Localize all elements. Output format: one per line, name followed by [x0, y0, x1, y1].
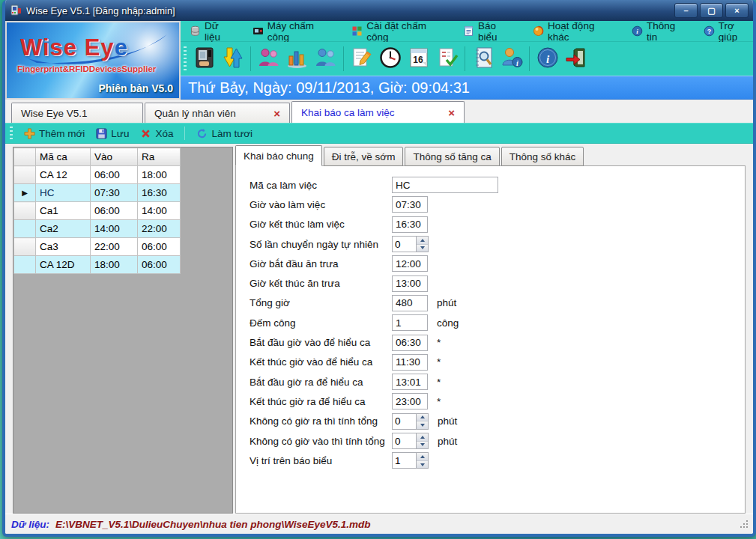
- cell-ma-ca[interactable]: Ca1: [36, 202, 91, 220]
- menu-item-3[interactable]: Báo biểu: [463, 20, 515, 43]
- search-log-icon: [472, 46, 495, 72]
- form-field-input[interactable]: [392, 275, 428, 292]
- save-button[interactable]: Lưu: [96, 128, 129, 139]
- maximize-button[interactable]: ▢: [700, 3, 723, 18]
- cell-ra[interactable]: 16:30: [138, 184, 181, 202]
- cell-ma-ca[interactable]: CA 12D: [36, 256, 91, 274]
- cell-ra[interactable]: 18:00: [138, 166, 181, 184]
- menu-item-1[interactable]: Máy chấm công: [252, 20, 334, 43]
- detail-tab-0[interactable]: Khai báo chung: [235, 145, 322, 166]
- column-header-0[interactable]: Mã ca: [36, 148, 91, 166]
- minimize-button[interactable]: –: [674, 3, 698, 18]
- spin-down-icon[interactable]: [417, 460, 428, 469]
- toolbar-button-8[interactable]: [435, 46, 459, 72]
- row-selector[interactable]: ▶: [14, 184, 36, 202]
- form-field-input[interactable]: [392, 196, 428, 213]
- document-tab-0[interactable]: Wise Eye V5.1: [11, 103, 143, 123]
- table-row[interactable]: Ca214:0022:00: [14, 220, 181, 238]
- form-field-input[interactable]: [392, 314, 428, 331]
- cell-vao[interactable]: 14:00: [91, 220, 138, 238]
- detail-tab-1[interactable]: Đi trễ, về sớm: [324, 147, 404, 166]
- table-row[interactable]: CA 1206:0018:00: [14, 166, 181, 184]
- tab-close-icon[interactable]: ×: [448, 107, 455, 118]
- refresh-button[interactable]: Làm tươi: [196, 128, 252, 139]
- form-field-input[interactable]: [392, 295, 428, 311]
- form-field-input[interactable]: [392, 216, 428, 233]
- cell-ma-ca[interactable]: HC: [36, 184, 91, 202]
- add-new-button[interactable]: Thêm mới: [24, 128, 85, 139]
- form-field-input[interactable]: [393, 453, 416, 468]
- column-header-2[interactable]: Ra: [138, 148, 181, 166]
- detail-tabstrip: Khai báo chungĐi trễ, về sớmThông số tăn…: [235, 147, 746, 166]
- row-selector[interactable]: [14, 256, 36, 274]
- spin-down-icon[interactable]: [417, 441, 428, 449]
- toolbar-button-1[interactable]: [220, 46, 245, 72]
- menu-item-2[interactable]: Cài đặt chấm công: [351, 20, 445, 43]
- cell-ra[interactable]: 22:00: [138, 220, 181, 238]
- form-field-input[interactable]: [392, 374, 428, 390]
- toolbar-button-2[interactable]: [256, 46, 281, 72]
- menu-item-0[interactable]: Dữ liệu: [190, 20, 235, 43]
- tab-close-icon[interactable]: ×: [273, 108, 280, 119]
- table-row[interactable]: ▶HC07:3016:30: [14, 184, 181, 202]
- cell-vao[interactable]: 07:30: [91, 184, 138, 202]
- toolbar-button-4[interactable]: [313, 46, 338, 72]
- toolbar-button-11[interactable]: i: [535, 46, 560, 72]
- spin-up-icon[interactable]: [417, 237, 428, 244]
- logo-subtitle: Fingerprint&RFIDDevicesSupplier: [17, 64, 156, 73]
- resize-grip[interactable]: [740, 520, 749, 529]
- cell-vao[interactable]: 22:00: [91, 238, 138, 256]
- toolbar-button-0[interactable]: [192, 46, 217, 72]
- database-path: E:\VBNET_V5.1\DulieuChuyen\nhua tien pho…: [55, 519, 371, 530]
- row-selector[interactable]: [14, 166, 36, 184]
- form-field-input[interactable]: [393, 237, 416, 252]
- spin-up-icon[interactable]: [417, 414, 428, 421]
- menu-item-4[interactable]: Hoạt động khác: [533, 20, 614, 43]
- cell-ma-ca[interactable]: Ca3: [36, 238, 91, 256]
- toolbar-button-3[interactable]: [285, 46, 309, 72]
- row-selector[interactable]: [14, 238, 36, 256]
- form-field-input[interactable]: [392, 177, 498, 193]
- table-row[interactable]: CA 12D18:0006:00: [14, 256, 181, 274]
- toolbar-button-7[interactable]: 16: [406, 46, 431, 72]
- row-selector[interactable]: [14, 202, 36, 220]
- spin-up-icon[interactable]: [417, 433, 428, 441]
- form-field-input[interactable]: [392, 354, 428, 371]
- cell-ma-ca[interactable]: Ca2: [36, 220, 91, 238]
- cell-ra[interactable]: 06:00: [138, 238, 181, 256]
- form-field-input[interactable]: [393, 433, 416, 448]
- spin-down-icon[interactable]: [417, 421, 428, 429]
- table-row[interactable]: Ca322:0006:00: [14, 238, 181, 256]
- toolbar-button-12[interactable]: [563, 46, 588, 72]
- detail-tab-2[interactable]: Thông số tăng ca: [405, 147, 499, 166]
- toolbar-button-9[interactable]: [471, 46, 495, 72]
- cell-ma-ca[interactable]: CA 12: [36, 166, 91, 184]
- toolbar-button-5[interactable]: [349, 46, 374, 72]
- toolbar-button-6[interactable]: [378, 46, 402, 72]
- form-row-9: Kết thúc giờ vào để hiểu ca*: [250, 353, 745, 372]
- spin-up-icon[interactable]: [417, 453, 428, 460]
- toolbar-button-10[interactable]: i: [499, 46, 524, 72]
- menu-item-5[interactable]: iThông tin: [632, 20, 686, 43]
- detail-tab-3[interactable]: Thông số khác: [501, 147, 584, 166]
- attendance-device-icon: [252, 25, 264, 37]
- cell-ra[interactable]: 14:00: [138, 202, 181, 220]
- row-selector[interactable]: [14, 220, 36, 238]
- cell-vao[interactable]: 06:00: [91, 202, 138, 220]
- form-field-input[interactable]: [392, 335, 428, 351]
- form-field-input[interactable]: [393, 414, 416, 429]
- delete-button[interactable]: Xóa: [140, 128, 173, 139]
- form-field-input[interactable]: [392, 255, 428, 272]
- spin-down-icon[interactable]: [417, 244, 428, 252]
- cell-ra[interactable]: 06:00: [138, 256, 181, 274]
- table-row[interactable]: Ca106:0014:00: [14, 202, 181, 220]
- menu-item-6[interactable]: ?Trợ giúp: [704, 20, 753, 43]
- cell-vao[interactable]: 06:00: [91, 166, 138, 184]
- cell-vao[interactable]: 18:00: [91, 256, 138, 274]
- document-tab-1[interactable]: Quản lý nhân viên×: [145, 103, 290, 123]
- document-tab-2[interactable]: Khai báo ca làm việc×: [291, 101, 465, 123]
- column-header-1[interactable]: Vào: [91, 148, 138, 166]
- form-field-input[interactable]: [392, 393, 428, 409]
- close-button[interactable]: ×: [725, 3, 749, 18]
- form-spinner-12: [392, 413, 429, 430]
